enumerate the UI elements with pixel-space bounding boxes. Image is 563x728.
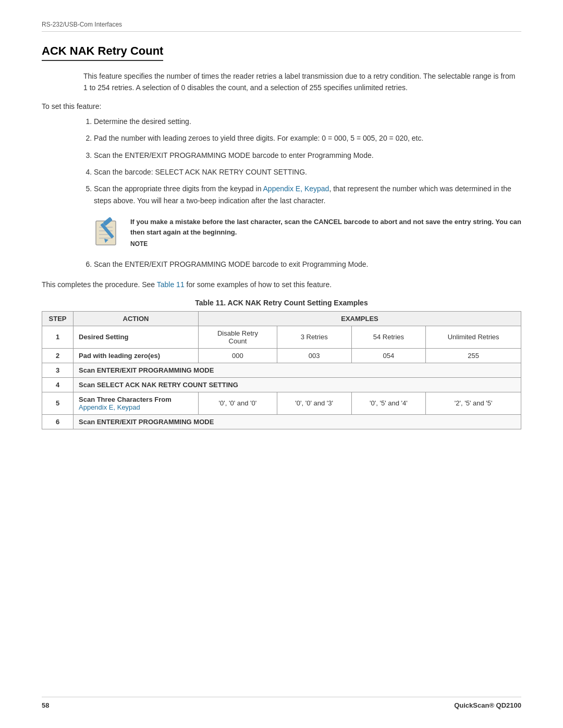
breadcrumb: RS-232/USB-Com Interfaces [42,21,521,32]
th-examples: EXAMPLES [199,311,521,326]
note-label: NOTE [130,240,521,248]
step-4: Scan the barcode: SELECT ACK NAK RETRY C… [94,166,521,178]
steps-list-continued: Scan the ENTER/EXIT PROGRAMMING MODE bar… [94,258,521,270]
note-content: If you make a mistake before the last ch… [130,217,521,248]
step-cell: 3 [42,363,74,377]
step-cell: 5 [42,392,74,414]
step-2: Pad the number with leading zeroes to yi… [94,132,521,144]
table-row: 5 Scan Three Characters From Appendix E,… [42,392,521,414]
step-cell: 6 [42,414,74,429]
th-action: ACTION [74,311,199,326]
section-title: ACK NAK Retry Count [42,44,521,70]
table-row: 2 Pad with leading zero(es) 000 003 054 … [42,348,521,363]
table-row: 4 Scan SELECT ACK NAK RETRY COUNT SETTIN… [42,377,521,392]
table-row: 3 Scan ENTER/EXIT PROGRAMMING MODE [42,363,521,377]
step-cell: 1 [42,326,74,348]
th-step: STEP [42,311,74,326]
table-row: 1 Desired Setting Disable RetryCount 3 R… [42,326,521,348]
note-bold-text: If you make a mistake before the last ch… [130,217,521,237]
action-cell: Scan ENTER/EXIT PROGRAMMING MODE [74,414,521,429]
page: RS-232/USB-Com Interfaces ACK NAK Retry … [0,0,563,728]
step-1: Determine the desired setting. [94,116,521,127]
example-cell: 054 [351,348,426,363]
example-cell: '0', '5' and '4' [351,392,426,414]
step-3: Scan the ENTER/EXIT PROGRAMMING MODE bar… [94,150,521,161]
example-cell: 255 [426,348,521,363]
step-cell: 4 [42,377,74,392]
ack-nak-table: STEP ACTION EXAMPLES 1 Desired Setting D… [42,311,521,429]
table-row: 6 Scan ENTER/EXIT PROGRAMMING MODE [42,414,521,429]
step-cell: 2 [42,348,74,363]
step-5: Scan the appropriate three digits from t… [94,183,521,206]
page-footer: 58 QuickScan® QD2100 [42,697,521,709]
completion-text: This completes the procedure. See Table … [42,279,521,290]
example-cell: 3 Retries [277,326,351,348]
example-cell: '0', '0' and '0' [199,392,277,414]
example-cell: '0', '0' and '3' [277,392,351,414]
example-cell: 003 [277,348,351,363]
step-6: Scan the ENTER/EXIT PROGRAMMING MODE bar… [94,258,521,270]
example-cell: 54 Retries [351,326,426,348]
page-number: 58 [42,701,49,709]
example-cell: 000 [199,348,277,363]
product-name: QuickScan® QD2100 [454,701,521,709]
action-cell: Pad with leading zero(es) [74,348,199,363]
action-cell: Scan Three Characters From Appendix E, K… [74,392,199,414]
action-cell: Desired Setting [74,326,199,348]
example-cell: Disable RetryCount [199,326,277,348]
action-cell: Scan ENTER/EXIT PROGRAMMING MODE [74,363,521,377]
example-cell: Unlimited Retries [426,326,521,348]
breadcrumb-text: RS-232/USB-Com Interfaces [42,21,122,28]
note-icon [94,217,122,248]
steps-list: Determine the desired setting. Pad the n… [94,116,521,206]
appendix-e-link-table[interactable]: Appendix E, Keypad [79,403,140,411]
table-caption: Table 11. ACK NAK Retry Count Setting Ex… [42,299,521,307]
note-box: If you make a mistake before the last ch… [94,217,521,248]
table11-link[interactable]: Table 11 [157,280,185,289]
feature-label: To set this feature: [42,102,521,110]
appendix-e-link[interactable]: Appendix E, Keypad [263,184,329,193]
example-cell: '2', '5' and '5' [426,392,521,414]
action-cell: Scan SELECT ACK NAK RETRY COUNT SETTING [74,377,521,392]
intro-paragraph: This feature specifies the number of tim… [83,70,521,94]
